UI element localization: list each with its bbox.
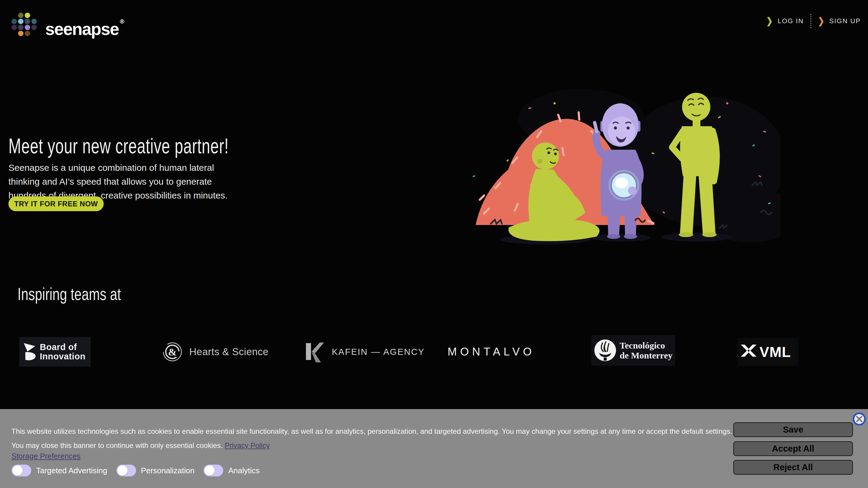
save-button[interactable]: Save [733,422,853,437]
tec-line2: de Monterrey [620,350,673,360]
analytics-label: Analytics [228,466,259,475]
toggle-knob [12,465,23,476]
targeted-advertising-label: Targeted Advertising [36,466,107,475]
tec-line1: Tecnológico [620,340,673,350]
logo-dot [18,19,24,24]
logo-hearts-and-science: & Hearts & Science [162,340,269,364]
logo-dot [11,19,17,24]
analytics-toggle[interactable] [204,464,223,477]
reject-all-button[interactable]: Reject All [733,460,853,475]
logo-dot [18,25,24,30]
personalization-toggle[interactable] [116,464,136,477]
cookie-message: This website utilizes technologies such … [11,424,735,452]
signup-link[interactable]: ❯ SIGN UP [818,17,861,26]
seenapse-landing-page: seenapse® ❯ LOG IN ❯ SIGN UP Meet your n… [0,0,868,488]
cookie-message-text: This website utilizes technologies such … [11,427,733,450]
kafein-label: KAFEIN — AGENCY [332,347,425,357]
logo-dot [25,19,30,24]
hero-title: Meet your new creative partner! [8,134,229,158]
kafein-icon [306,341,324,362]
close-banner-icon[interactable] [852,412,866,426]
cookie-banner: This website utilizes technologies such … [0,409,868,488]
toggle-knob [204,465,215,476]
hero-illustration [455,86,781,247]
login-chevron-icon: ❯ [766,16,773,27]
header-nav: ❯ LOG IN ❯ SIGN UP [766,14,861,28]
logo-montalvo: MONTALVO [447,339,535,364]
targeted-advertising-group: Targeted Advertising [11,464,107,477]
storage-preferences-link[interactable]: Storage Preferences [11,452,81,461]
montalvo-label: MONTALVO [447,346,535,358]
logo-dot [25,13,30,18]
personalization-group: Personalization [116,464,195,477]
logo-dot [25,31,30,36]
registered-trademark: ® [120,18,124,25]
vml-x-icon [741,345,756,359]
boi-line1: Board of [40,343,86,352]
logo-dot [31,25,37,30]
logo-kafein-agency: KAFEIN — AGENCY [306,339,425,364]
signup-chevron-icon: ❯ [818,16,825,27]
board-of-innovation-icon [23,343,37,361]
toggle-knob [117,465,127,476]
logo-dot [11,25,17,30]
hearts-and-science-icon: & [162,341,183,362]
vml-label: VML [760,344,791,360]
nav-dotted-divider [810,14,811,28]
accept-all-button[interactable]: Accept All [733,441,853,456]
login-link[interactable]: ❯ LOG IN [766,17,804,26]
signup-label: SIGN UP [830,17,861,25]
logo-vml: VML [738,338,799,366]
seenapse-dots-icon [11,13,39,37]
analytics-group: Analytics [204,464,259,477]
cookie-toggles-row: Targeted Advertising Personalization Ana… [11,464,269,477]
privacy-policy-link[interactable]: Privacy Policy [225,441,270,450]
try-free-button[interactable]: TRY IT FOR FREE NOW [8,196,104,211]
logo-dot [18,31,24,36]
logo-tec-de-monterrey: Tecnológico de Monterrey [591,335,675,366]
svg-text:&: & [168,347,177,358]
hearts-and-science-label: Hearts & Science [189,346,269,358]
logo-board-of-innovation: Board of Innovation [19,337,91,367]
tec-torch-icon [594,339,617,362]
brand-wordmark: seenapse® [45,5,124,45]
logo-dot [18,13,24,18]
login-label: LOG IN [778,17,804,25]
logo-dot [31,19,37,24]
targeted-advertising-toggle[interactable] [11,464,31,477]
brand-text: seenapse [45,19,119,38]
logo-dot [25,25,30,30]
boi-line2: Innovation [40,352,86,361]
personalization-label: Personalization [141,466,195,475]
teams-section-title: Inspiring teams at [18,284,121,304]
